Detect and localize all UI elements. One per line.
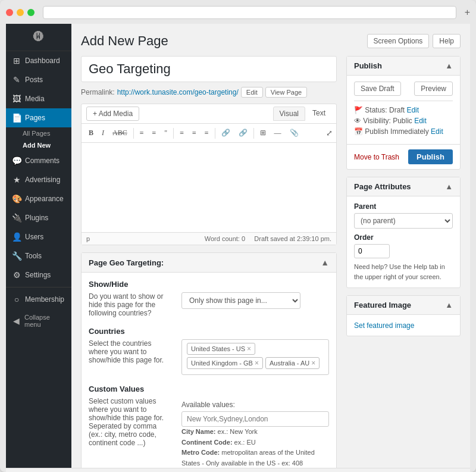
preview-button[interactable]: Preview	[414, 82, 453, 96]
tag-au-close[interactable]: ×	[311, 359, 315, 367]
order-input[interactable]	[354, 244, 390, 258]
new-tab-button[interactable]: +	[465, 7, 470, 18]
featured-image-body: Set featured image	[347, 315, 460, 336]
page-attributes-toggle[interactable]: ▲	[445, 182, 453, 191]
plus-icon: +	[93, 110, 97, 118]
italic-button[interactable]: I	[98, 126, 108, 140]
publish-button[interactable]: Publish	[408, 149, 453, 164]
page-attributes-header: Page Attributes ▲	[347, 177, 460, 196]
editor-path: p	[86, 235, 90, 242]
align-right-button[interactable]: ≡	[201, 126, 212, 140]
featured-image-panel: Featured Image ▲ Set featured image	[346, 295, 461, 336]
geo-countries-label: Select the countries where you want to s…	[89, 339, 172, 364]
permalink-url[interactable]: http://work.tunasite.com/geo-targeting/	[117, 88, 239, 96]
tag-us-close[interactable]: ×	[247, 345, 251, 353]
custom-values-input[interactable]	[181, 411, 329, 427]
geo-custom-label: Select custom values where you want to s…	[89, 397, 172, 447]
sidebar-item-comments[interactable]: 💬 Comments	[6, 151, 71, 170]
sidebar-item-label: Comments	[25, 157, 60, 165]
sidebar-item-dashboard[interactable]: ⊞ Dashboard	[6, 51, 71, 70]
blockquote-button[interactable]: "	[161, 126, 171, 140]
countries-tags-input[interactable]: United States - US × United Kingdom - GB…	[181, 339, 329, 375]
hr-button[interactable]: —	[271, 126, 285, 140]
tag-gb-close[interactable]: ×	[255, 359, 259, 367]
post-title-input[interactable]	[81, 56, 337, 82]
sidebar-sub-add-new[interactable]: Add New	[6, 139, 71, 151]
content-area: Permalink: http://work.tunasite.com/geo-…	[81, 56, 461, 468]
ol-button[interactable]: ≡	[148, 126, 159, 140]
strikethrough-button[interactable]: ABC	[109, 126, 131, 140]
tab-visual[interactable]: Visual	[273, 107, 305, 121]
sidebar-item-membership[interactable]: ○ Membership	[6, 290, 71, 309]
edit-visibility-link[interactable]: Edit	[414, 117, 427, 125]
sidebar-item-appearance[interactable]: 🎨 Appearance	[6, 189, 71, 208]
editor-tab-group: Visual Text	[273, 107, 331, 121]
edit-permalink-button[interactable]: Edit	[241, 87, 263, 98]
top-bar: Add New Page Screen Options Help	[81, 33, 461, 49]
editor-body[interactable]	[82, 143, 336, 232]
order-label: Order	[354, 233, 453, 242]
link-button[interactable]: 🔗	[218, 126, 234, 140]
fullscreen-button[interactable]: ⤢	[326, 129, 333, 137]
featured-image-toggle[interactable]: ▲	[445, 301, 453, 310]
sidebar-item-label: Dashboard	[25, 57, 60, 65]
help-button[interactable]: Help	[433, 34, 461, 48]
sidebar-sub-all-pages[interactable]: All Pages	[6, 127, 71, 139]
geo-show-hide-select[interactable]: Only show this page in...	[181, 292, 300, 309]
table-button[interactable]: ⊞	[256, 126, 270, 140]
sidebar-item-users[interactable]: 👤 Users	[6, 227, 71, 246]
sidebar-item-plugins[interactable]: 🔌 Plugins	[6, 208, 71, 227]
maximize-button[interactable]	[27, 9, 35, 16]
editor-toolbar: B I ABC ≡ ≡ " ≡ ≡ ≡	[82, 124, 336, 143]
geo-show-hide-control: Only show this page in...	[181, 292, 329, 309]
align-center-button[interactable]: ≡	[189, 126, 200, 140]
toolbar-sep-3	[215, 128, 215, 139]
bold-button[interactable]: B	[85, 126, 97, 140]
tag-gb: United Kingdom - GB ×	[187, 357, 263, 369]
sidebar-item-tools[interactable]: 🔧 Tools	[6, 246, 71, 265]
sidebar-item-collapse[interactable]: ◀ Collapse menu	[6, 309, 71, 333]
parent-label: Parent	[354, 202, 453, 211]
side-panel: Publish ▲ Save Draft Preview 🚩	[346, 56, 461, 468]
sidebar-item-posts[interactable]: ✎ Posts	[6, 70, 71, 89]
continent-code-info: Continent Code: ex.: EU	[181, 437, 329, 448]
edit-status-link[interactable]: Edit	[406, 106, 419, 114]
add-media-button[interactable]: + Add Media	[86, 107, 139, 121]
geo-custom-section: Custom Values Select custom values where…	[89, 385, 329, 468]
page-attributes-panel: Page Attributes ▲ Parent (no parent) Ord…	[346, 177, 461, 288]
align-left-button[interactable]: ≡	[176, 126, 187, 140]
publish-panel-toggle[interactable]: ▲	[445, 61, 453, 70]
tab-text[interactable]: Text	[306, 107, 331, 121]
sidebar: 🅦 ⊞ Dashboard ✎ Posts 🖼 Media 📄 Pages	[6, 24, 71, 468]
sidebar-item-advertising[interactable]: ★ Advertising	[6, 170, 71, 189]
tag-us: United States - US ×	[187, 343, 255, 355]
publish-panel: Publish ▲ Save Draft Preview 🚩	[346, 56, 461, 170]
comments-icon: 💬	[12, 156, 21, 165]
sidebar-item-pages[interactable]: 📄 Pages	[6, 108, 71, 127]
save-draft-button[interactable]: Save Draft	[354, 82, 401, 96]
screen-options-button[interactable]: Screen Options	[367, 34, 430, 48]
geo-custom-title: Custom Values	[89, 385, 329, 393]
minimize-button[interactable]	[17, 9, 24, 16]
top-bar-actions: Screen Options Help	[367, 34, 461, 48]
set-featured-image-link[interactable]: Set featured image	[354, 321, 414, 330]
plugins-icon: 🔌	[12, 213, 21, 223]
publish-panel-footer: Move to Trash Publish	[347, 144, 460, 169]
advertising-icon: ★	[12, 175, 21, 185]
editor-draft-status: Word count: 0 Draft saved at 2:39:10 pm.	[205, 235, 331, 242]
ul-button[interactable]: ≡	[136, 126, 148, 140]
close-button[interactable]	[6, 9, 13, 16]
tag-button[interactable]: 📎	[286, 126, 302, 140]
metabox-toggle[interactable]: ▲	[321, 258, 329, 267]
appearance-icon: 🎨	[12, 194, 21, 204]
sidebar-item-media[interactable]: 🖼 Media	[6, 89, 71, 108]
url-bar[interactable]	[43, 6, 456, 19]
move-to-trash-link[interactable]: Move to Trash	[354, 153, 399, 161]
view-page-button[interactable]: View Page	[265, 87, 307, 98]
sidebar-item-label: Media	[25, 95, 45, 103]
sidebar-item-settings[interactable]: ⚙ Settings	[6, 265, 71, 285]
unlink-button[interactable]: 🔗	[235, 126, 251, 140]
page-attributes-title: Page Attributes	[354, 182, 411, 191]
edit-time-link[interactable]: Edit	[431, 127, 443, 136]
parent-select[interactable]: (no parent)	[354, 213, 453, 229]
